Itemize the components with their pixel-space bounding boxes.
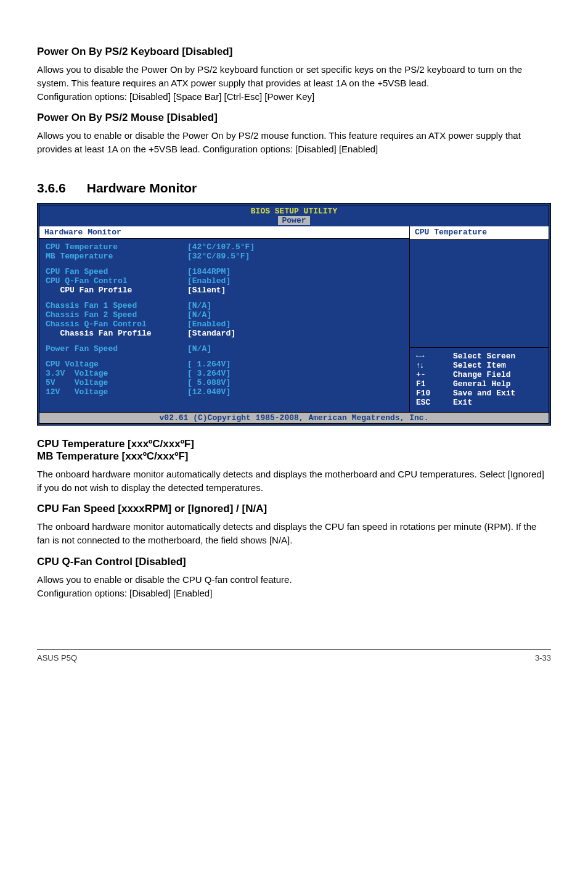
bios-row: 12V Voltage[12.040V] [46, 387, 403, 397]
bios-help-row: +-Change Field [416, 370, 542, 379]
bios-left-panel: Hardware Monitor CPU Temperature[42°C/10… [39, 226, 410, 412]
text-temperatures: The onboard hardware monitor automatical… [37, 468, 551, 495]
bios-title: BIOS SETUP UTILITY [39, 205, 549, 216]
heading-mb-temp: MB Temperature [xxxºC/xxxºF] [37, 450, 551, 463]
heading-cpu-temp: CPU Temperature [xxxºC/xxxºF] [37, 438, 551, 450]
bios-row: MB Temperature[32°C/89.5°F] [46, 252, 403, 261]
bios-row: Chassis Q-Fan Control[Enabled] [46, 320, 403, 329]
bios-row: Chassis Fan 1 Speed[N/A] [46, 301, 403, 310]
bios-right-panel: CPU Temperature Select ScreenSelect Item… [410, 226, 549, 412]
footer-right: 3-33 [535, 653, 551, 662]
section-number: 3.6.6 [37, 181, 66, 196]
bios-left-header: Hardware Monitor [39, 226, 409, 239]
heading-power-on-mouse: Power On By PS/2 Mouse [Disabled] [37, 112, 551, 124]
text-cpu-fan-speed: The onboard hardware monitor automatical… [37, 520, 551, 547]
bios-row: Power Fan Speed[N/A] [46, 344, 403, 353]
bios-copyright: v02.61 (C)Copyright 1985-2008, American … [39, 412, 549, 423]
text-power-on-keyboard: Allows you to disable the Power On by PS… [37, 63, 551, 103]
bios-screenshot: BIOS SETUP UTILITY Power Hardware Monito… [37, 203, 551, 426]
heading-cpu-fan-speed: CPU Fan Speed [xxxxRPM] or [Ignored] / [… [37, 503, 551, 515]
footer-left: ASUS P5Q [37, 653, 77, 662]
bios-help-row: F1General Help [416, 379, 542, 389]
section-title: Hardware Monitor [87, 181, 197, 196]
bios-right-header: CPU Temperature [410, 226, 549, 240]
section-number-row: 3.6.6 Hardware Monitor [37, 181, 551, 196]
heading-power-on-keyboard: Power On By PS/2 Keyboard [Disabled] [37, 46, 551, 58]
page-footer: ASUS P5Q 3-33 [37, 649, 551, 662]
bios-row: Chassis Fan 2 Speed[N/A] [46, 310, 403, 320]
bios-tabs: Power [39, 216, 549, 226]
bios-row: CPU Fan Profile[Silent] [46, 286, 403, 295]
text-power-on-mouse: Allows you to enable or disable the Powe… [37, 129, 551, 156]
bios-help-row: F10Save and Exit [416, 389, 542, 398]
bios-row: CPU Q-Fan Control[Enabled] [46, 276, 403, 286]
bios-row: CPU Fan Speed[1844RPM] [46, 267, 403, 276]
bios-tab-power: Power [278, 216, 309, 225]
bios-row: CPU Temperature[42°C/107.5°F] [46, 242, 403, 252]
heading-cpu-qfan: CPU Q-Fan Control [Disabled] [37, 556, 551, 568]
text-cpu-qfan: Allows you to enable or disable the CPU … [37, 573, 551, 600]
bios-help-row: Select Screen [416, 352, 542, 361]
bios-row: Chassis Fan Profile[Standard] [46, 329, 403, 338]
bios-row: 3.3V Voltage[ 3.264V] [46, 369, 403, 378]
bios-help-row: Select Item [416, 361, 542, 370]
bios-row: CPU Voltage[ 1.264V] [46, 360, 403, 369]
bios-help-row: ESCExit [416, 398, 542, 407]
bios-row: 5V Voltage[ 5.088V] [46, 378, 403, 387]
